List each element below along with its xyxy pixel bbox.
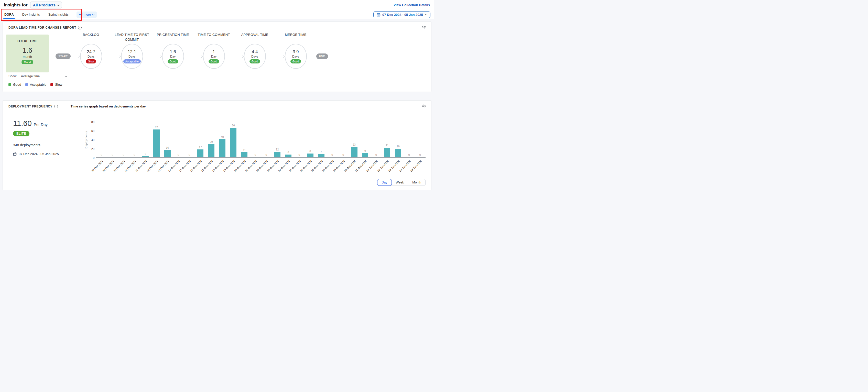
- chevron-down-icon: [57, 3, 59, 6]
- bar: [318, 154, 324, 157]
- stage-circle[interactable]: 1DayGood: [203, 44, 225, 69]
- calendar-icon: [377, 13, 380, 17]
- product-selector[interactable]: All Products: [30, 2, 62, 8]
- bar-value-label: 16: [166, 146, 169, 149]
- y-tick-label: 80: [91, 121, 94, 124]
- page-title: Insights for: [4, 3, 28, 8]
- date-range-value: 07 Dec 2024 - 05 Jan 2025: [382, 13, 423, 17]
- stage-name: MERGE TIME: [276, 32, 316, 44]
- stage-name: APPROVAL TIME: [235, 32, 275, 44]
- bar-slot: 1120 Dec 2024: [239, 122, 250, 157]
- legend-swatch: [51, 83, 53, 86]
- bar-value-label: 0: [178, 153, 179, 156]
- bar: [230, 128, 237, 157]
- bar-value-label: 0: [123, 153, 124, 156]
- pipeline-stage-approval-time: APPROVAL TIME4.4DaysGood: [235, 32, 275, 69]
- deployment-summary: 11.60 Per Day ELITE 348 deployments 07 D…: [3, 109, 84, 156]
- stage-circle[interactable]: 3.9DaysGood: [285, 44, 307, 69]
- bar-slot: 1223 Dec 2024: [272, 122, 283, 157]
- stage-unit: Days: [292, 55, 299, 58]
- stage-circle[interactable]: 12.1DaysAcceptable: [121, 44, 143, 69]
- deployment-rate-value: 11.60: [13, 119, 32, 128]
- show-selector[interactable]: Average time: [21, 74, 67, 78]
- product-selector-value: All Products: [33, 3, 56, 7]
- tab-dora[interactable]: DORA: [4, 10, 14, 19]
- tab-dev-insights[interactable]: Dev Insights: [22, 10, 40, 19]
- legend-item-good: Good: [8, 83, 21, 87]
- status-badge: Good: [249, 59, 260, 63]
- status-badge: Acceptable: [123, 59, 141, 63]
- bar-slot: 1903 Jan 2025: [393, 122, 404, 157]
- stage-circle[interactable]: 1.6DayGood: [162, 44, 184, 69]
- granularity-day-button[interactable]: Day: [377, 179, 391, 185]
- bar-value-label: 8: [309, 150, 311, 153]
- bar: [274, 152, 280, 157]
- bar: [241, 152, 247, 157]
- granularity-month-button[interactable]: Month: [408, 179, 425, 185]
- date-range-picker[interactable]: 07 Dec 2024 - 05 Jan 2025: [373, 11, 430, 18]
- bar-value-label: 0: [266, 153, 267, 156]
- granularity-week-button[interactable]: Week: [392, 179, 408, 185]
- bar-value-label: 0: [101, 153, 102, 156]
- bar-value-label: 0: [408, 153, 410, 156]
- sliders-icon[interactable]: [421, 25, 427, 30]
- sliders-icon[interactable]: [421, 103, 427, 109]
- lead-time-card: DORA LEAD TIME FOR CHANGES REPORT TOTAL …: [3, 22, 431, 92]
- bar-slot: 022 Dec 2024: [261, 122, 272, 157]
- deployment-frequency-card: DEPLOYMENT FREQUENCY Time series graph b…: [3, 100, 431, 190]
- stage-unit: Days: [251, 55, 258, 58]
- bar: [219, 139, 225, 157]
- legend-swatch: [8, 83, 11, 86]
- bar-slot: 6212 Dec 2024: [151, 122, 162, 157]
- bar-slot: 2102 Jan 2025: [381, 122, 393, 157]
- bar-value-label: 19: [397, 145, 400, 148]
- bar-value-label: 21: [385, 144, 389, 147]
- y-tick-label: 60: [91, 129, 94, 132]
- stage-circle[interactable]: 4.4DaysGood: [244, 44, 266, 69]
- y-tick-label: 0: [93, 156, 94, 159]
- chart-plot-area: 007 Dec 2024008 Dec 2024009 Dec 2024010 …: [96, 122, 426, 158]
- legend-item-slow: Slow: [51, 83, 62, 87]
- more-tabs-button[interactable]: +3 more: [76, 11, 97, 18]
- bar-slot: 025 Dec 2024: [294, 122, 305, 157]
- bar-slot: 005 Jan 2025: [414, 122, 426, 157]
- bar-slot: 211 Dec 2024: [140, 122, 151, 157]
- bar: [351, 147, 358, 157]
- info-icon[interactable]: [78, 26, 82, 29]
- bar-value-label: 9: [364, 149, 366, 152]
- chart-subtitle: Time series graph based on deployments p…: [71, 104, 146, 108]
- bar: [395, 149, 401, 157]
- info-icon[interactable]: [54, 104, 58, 108]
- bar-value-label: 7: [320, 150, 322, 153]
- y-axis-ticks: 020406080: [88, 122, 96, 158]
- tab-sprint-insights[interactable]: Sprint Insights: [48, 10, 69, 19]
- top-bar: Insights for All Products View Collectio…: [0, 0, 434, 10]
- bar-slot: 007 Dec 2024: [96, 122, 107, 157]
- bar-slot: 2917 Dec 2024: [206, 122, 217, 157]
- view-collection-details-link[interactable]: View Collection Details: [394, 3, 430, 7]
- tabs: DORADev InsightsSprint Insights: [4, 10, 76, 19]
- bar-slot: 028 Dec 2024: [327, 122, 338, 157]
- bar-slot: 1716 Dec 2024: [195, 122, 206, 157]
- chart-gridline: [96, 121, 426, 121]
- bar-value-label: 11: [243, 148, 246, 151]
- chevron-down-icon: [425, 13, 428, 16]
- bar: [285, 155, 291, 157]
- bar-value-label: 6: [287, 151, 289, 154]
- bar-slot: 014 Dec 2024: [173, 122, 184, 157]
- bar-slot: 4018 Dec 2024: [217, 122, 228, 157]
- stage-value: 24.7: [87, 50, 95, 55]
- bar: [208, 144, 214, 157]
- legend-swatch: [25, 83, 28, 86]
- legend-label: Good: [13, 83, 21, 87]
- x-tick-label: 02 Jan 2025: [377, 160, 389, 172]
- deployment-rate-unit: Per Day: [34, 122, 48, 127]
- total-time-unit: month: [23, 55, 32, 59]
- bar-value-label: 0: [189, 153, 190, 156]
- more-tabs-label: +3 more: [79, 13, 91, 17]
- stage-circle[interactable]: 24.7DaysSlow: [80, 44, 102, 69]
- y-axis-label: Deployments: [85, 131, 88, 149]
- bar-value-label: 2: [145, 152, 146, 156]
- x-tick-label: 01 Jan 2025: [366, 160, 378, 172]
- status-badge: Good: [167, 59, 178, 63]
